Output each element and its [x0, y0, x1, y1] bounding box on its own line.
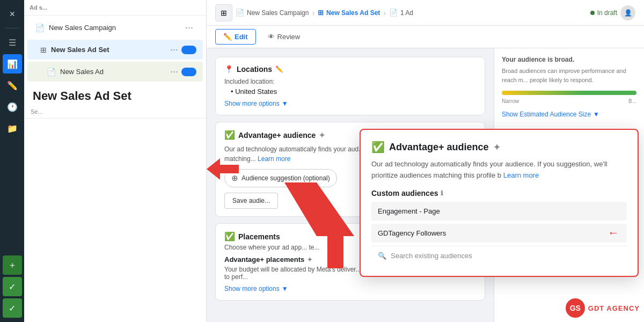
save-audience-button[interactable]: Save audie...: [224, 193, 278, 209]
breadcrumb-ad-set[interactable]: ⊞ New Sales Ad Set: [318, 9, 380, 17]
show-more-chevron: ▼: [282, 100, 288, 107]
search-audiences[interactable]: 🔍 Search existing audiences: [371, 246, 627, 265]
close-button[interactable]: ✕: [3, 4, 22, 24]
edit-review-bar: ✏️ Edit 👁 Review: [207, 26, 644, 48]
show-estimated-link[interactable]: Show Estimated Audience Size ▼: [502, 111, 636, 118]
breadcrumb-sep2: ›: [383, 9, 386, 17]
included-location-label: Included location:: [224, 78, 476, 85]
meter-bar: [502, 91, 636, 95]
sidebar-add-button[interactable]: ＋: [3, 255, 22, 275]
sidebar-clock-icon[interactable]: 🕐: [3, 97, 22, 116]
search-icon: 🔍: [378, 252, 386, 260]
show-more-placements[interactable]: Show more options ▼: [224, 285, 476, 292]
breadcrumb-campaign[interactable]: 📄 New Sales Campaign: [236, 9, 309, 17]
ad-icon: 📄: [47, 68, 56, 76]
audience-broad-desc: Broad audiences can improve performance …: [502, 67, 636, 84]
ad-label: New Sales Ad: [60, 68, 170, 76]
popup-check-icon: ✅: [371, 141, 385, 153]
locations-edit-icon: ✏️: [275, 65, 283, 73]
placements-check-icon: ✅: [224, 231, 235, 241]
edit-pencil-icon: ✏️: [223, 33, 232, 41]
info-icon: ℹ: [441, 189, 443, 197]
status-badge: In draft: [590, 9, 617, 17]
sidebar-check1-icon[interactable]: ✓: [3, 277, 22, 296]
nav-item-campaign[interactable]: 📄 New Sales Campaign ···: [27, 18, 203, 38]
nav-item-ad[interactable]: 📄 New Sales Ad ···: [27, 62, 203, 82]
breadcrumb-bar: ⊞ 📄 New Sales Campaign › ⊞ New Sales Ad …: [207, 0, 644, 26]
layout-toggle-button[interactable]: ⊞: [215, 4, 232, 21]
ad-set-dots[interactable]: ···: [170, 44, 178, 55]
ad-dots[interactable]: ···: [170, 66, 178, 77]
audience-meter: Narrow B...: [502, 91, 636, 104]
review-eye-icon: 👁: [268, 33, 275, 41]
edit-button[interactable]: ✏️ Edit: [215, 29, 256, 45]
review-button[interactable]: 👁 Review: [260, 30, 308, 44]
gdt-logo-text: GDT AGENCY: [588, 304, 640, 312]
meter-labels: Narrow B...: [502, 98, 636, 104]
advantage-learn-more[interactable]: Learn more: [258, 155, 290, 163]
campaign-dots[interactable]: ···: [185, 22, 193, 33]
locations-title: 📍 Locations ✏️: [224, 65, 476, 74]
show-est-chevron: ▼: [593, 111, 599, 118]
popup-plus-icon: ✦: [493, 142, 500, 152]
nav-item-ad-set[interactable]: ⊞ New Sales Ad Set ···: [27, 40, 203, 60]
audience-broad-title: Your audience is broad.: [502, 56, 636, 63]
gdt-logo: GS GDT AGENCY: [566, 298, 640, 318]
campaign-icon: 📄: [35, 24, 45, 32]
campaign-bread-icon: 📄: [236, 9, 244, 17]
ad-set-label: New Sales Ad Set: [51, 46, 170, 54]
advantage-popup: ✅ Advantage+ audience ✦ Our ad technolog…: [360, 129, 639, 277]
breadcrumb-sep1: ›: [312, 9, 314, 17]
popup-description: Our ad technology automatically finds yo…: [371, 159, 627, 181]
status-dot: [590, 11, 595, 15]
page-title: New Sales Ad Set: [24, 83, 206, 105]
placements-chevron: ▼: [282, 285, 288, 292]
popup-learn-more[interactable]: Learn more: [503, 171, 539, 179]
item-arrow-icon: ←: [608, 226, 619, 240]
sidebar-divider: [5, 28, 20, 28]
show-more-locations[interactable]: Show more options ▼: [224, 100, 476, 107]
custom-audience-gdtagency[interactable]: GDTagency Followers ←: [371, 224, 627, 243]
sidebar-check2-icon[interactable]: ✓: [3, 298, 22, 318]
ad-set-bread-icon: ⊞: [318, 9, 324, 17]
sidebar-chart-icon[interactable]: 📊: [3, 54, 22, 74]
locations-section: 📍 Locations ✏️ Included location: United…: [215, 57, 485, 115]
advantage-plus-icon: ✦: [319, 131, 325, 140]
ad-sets-label: Ad s...: [30, 4, 47, 11]
adv-plus-icon: ✦: [307, 256, 312, 264]
sidebar-edit-icon[interactable]: ✏️: [3, 76, 22, 95]
nav-search: Se...: [24, 105, 206, 119]
sidebar-menu-icon[interactable]: ☰: [3, 33, 22, 52]
breadcrumb-ad[interactable]: 📄 1 Ad: [389, 9, 413, 17]
gdt-logo-icon: GS: [566, 298, 585, 318]
custom-audiences-label: Custom audiences ℹ: [371, 189, 627, 197]
ad-set-toggle[interactable]: [181, 46, 196, 54]
sidebar-folder-icon[interactable]: 📁: [3, 119, 22, 138]
location-item-us: United States: [224, 87, 476, 96]
icon-sidebar: ✕ ☰ 📊 ✏️ 🕐 📁 ＋ ✓ ✓: [0, 0, 24, 322]
advantage-check-icon: ✅: [224, 130, 235, 140]
audience-suggestion-button[interactable]: ⊕ Audience suggestion (optional): [224, 169, 337, 187]
ad-set-icon: ⊞: [40, 46, 47, 54]
ad-bread-icon: 📄: [389, 9, 398, 17]
avatar-button[interactable]: 👤: [620, 5, 635, 20]
custom-audience-engagement[interactable]: Engagement - Page: [371, 202, 627, 221]
locations-check-icon: 📍: [224, 65, 233, 74]
campaign-label: New Sales Campaign: [49, 24, 185, 32]
popup-title: ✅ Advantage+ audience ✦: [371, 141, 627, 153]
audience-suggestion-plus-icon: ⊕: [231, 173, 238, 183]
nav-panel: Ad s... 📄 New Sales Campaign ··· ⊞ New S…: [24, 0, 207, 322]
ad-toggle[interactable]: [181, 68, 196, 76]
